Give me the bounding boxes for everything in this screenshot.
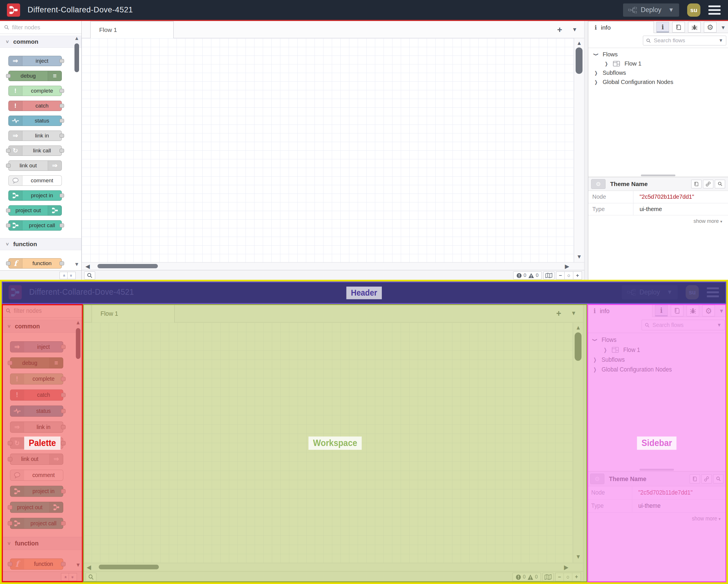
palette-node-link-in[interactable]: ⇒link in (8, 130, 62, 141)
navigator-button[interactable] (543, 272, 554, 279)
chevron-right-icon: ❭ (594, 79, 598, 85)
scroll-left-icon[interactable]: ◀ (85, 263, 90, 270)
zoom-controls: − ○ + (556, 272, 582, 279)
node-output-port (59, 59, 64, 63)
sidebar-region-overlay: Sidebar (587, 304, 726, 582)
palette-node-inject[interactable]: ⇒inject (8, 56, 62, 66)
deploy-icon (628, 7, 637, 13)
horizontal-scrollbar-thumb[interactable] (98, 264, 158, 268)
node-output-port (59, 149, 64, 153)
sidebar-region-label: Sidebar (637, 436, 677, 450)
sidebar-splitter[interactable] (584, 21, 588, 280)
palette-node-list: > common ⇒inject≡debug!complete!catchsta… (0, 34, 81, 270)
palette-node-project-out[interactable]: project out (8, 205, 62, 215)
scroll-right-icon[interactable]: ▶ (565, 263, 569, 270)
workspace-region-label: Workspace (309, 436, 362, 450)
chevron-down-icon: > (4, 40, 10, 43)
sidebar-debug-tab-button[interactable] (688, 22, 701, 32)
sidebar-help-tab-button[interactable] (672, 22, 685, 32)
deploy-button[interactable]: Deploy ▼ (623, 3, 679, 17)
chevron-right-icon: ❭ (594, 70, 598, 76)
app-title: Different-Collared-Dove-4521 (28, 5, 133, 15)
table-row: Node "2c5d702b11de7dd1" (588, 191, 728, 203)
common-nodes: ⇒inject≡debug!complete!catchstatus⇒link … (0, 48, 81, 231)
palette-node-link-call[interactable]: ↻link call (8, 146, 62, 156)
chevron-down-icon: > (4, 243, 10, 246)
docs-button[interactable] (691, 180, 702, 188)
search-options-caret-icon: ▼ (719, 38, 723, 43)
scroll-down-icon[interactable]: ▼ (574, 254, 584, 260)
scroll-down-icon[interactable]: ▼ (74, 261, 80, 268)
palette-filter[interactable] (0, 21, 81, 34)
flow-tab[interactable]: Flow 1 (90, 21, 174, 38)
palette-node-catch[interactable]: !catch (8, 101, 62, 111)
node-input-port (6, 261, 11, 265)
scroll-up-icon[interactable]: ▲ (574, 40, 584, 46)
book-icon (675, 24, 682, 30)
sidebar-config-tab-button[interactable]: ⚙ (704, 22, 717, 32)
expand-all-button[interactable]: » (68, 272, 76, 279)
palette-scrollbar-thumb[interactable] (75, 44, 79, 72)
node-input-port (6, 163, 11, 168)
show-more-link[interactable]: show more ▾ (588, 215, 728, 224)
palette: > common ⇒inject≡debug!complete!catchsta… (0, 21, 82, 280)
scroll-up-icon[interactable]: ▲ (74, 35, 80, 42)
gear-icon: ⚙ (707, 24, 713, 31)
flow-list-caret-icon[interactable]: ▼ (572, 26, 577, 33)
notifications-toggle[interactable]: 0 0 (513, 272, 542, 279)
palette-node-project-in[interactable]: project in (8, 191, 62, 201)
workspace-footer: 0 0 − ○ (82, 270, 584, 280)
deploy-options-caret-icon[interactable]: ▼ (665, 7, 674, 13)
tree-item-flow1[interactable]: ❭ Flow 1 (588, 59, 728, 68)
node-red-icon (9, 221, 22, 230)
add-flow-button[interactable]: + (557, 25, 563, 34)
search-button[interactable] (715, 180, 725, 188)
vertical-scrollbar-thumb[interactable] (576, 47, 582, 74)
tree-item-global-config[interactable]: ❭ Global Configuration Nodes (588, 77, 728, 86)
zoom-in-button[interactable]: + (573, 272, 582, 279)
flow-search-input[interactable] (654, 37, 716, 44)
palette-node-debug[interactable]: ≡debug (8, 71, 62, 81)
info-icon: i (661, 23, 664, 31)
palette-node-status[interactable]: status (8, 116, 62, 126)
sidebar-tab-info[interactable]: i info (588, 21, 654, 33)
search-flows-button[interactable] (84, 272, 95, 279)
search-icon (4, 25, 9, 30)
palette-node-complete[interactable]: !complete (8, 86, 62, 96)
palette-category-function[interactable]: > function (0, 238, 81, 250)
node-red-editor: Different-Collared-Dove-4521 Deploy ▼ (0, 0, 728, 280)
palette-node-project-call[interactable]: project call (8, 220, 62, 231)
zoom-reset-button[interactable]: ○ (565, 272, 573, 279)
sidebar-tabs-caret-icon[interactable]: ▼ (721, 25, 726, 31)
node-id-value: "2c5d702b11de7dd1" (633, 191, 728, 203)
canvas-vertical-scrollbar: ▲ ▼ (574, 38, 584, 262)
panel-resize-grip[interactable] (641, 175, 675, 176)
error-count: 0 (524, 273, 526, 278)
flow-document-icon (613, 61, 620, 67)
tree-item-subflows[interactable]: ❭ Subflows (588, 68, 728, 77)
collapse-all-button[interactable]: » (59, 272, 68, 279)
palette-node-function[interactable]: ffunction (8, 258, 62, 269)
link-button[interactable] (703, 180, 713, 188)
node-input-port (6, 223, 11, 227)
palette-footer: » » (0, 270, 81, 280)
caret-down-icon: ▾ (720, 219, 722, 224)
zoom-out-button[interactable]: − (556, 272, 565, 279)
sidebar-info-tab-button[interactable]: i (656, 22, 669, 32)
palette-category-common[interactable]: > common (0, 36, 81, 48)
tree-item-flows[interactable]: ❭ Flows (588, 50, 728, 59)
palette-node-link-out[interactable]: ⇒link out (8, 160, 62, 171)
sidebar-tab-strip: i info i (588, 21, 728, 33)
main-menu-button[interactable] (708, 5, 721, 15)
user-avatar[interactable]: su (687, 3, 700, 17)
palette-filter-input[interactable] (12, 24, 61, 31)
palette-node-comment[interactable]: comment (8, 175, 62, 186)
node-input-port (6, 208, 11, 212)
flow-canvas[interactable] (82, 38, 574, 262)
node-red-icon (48, 206, 61, 215)
node-output-port (59, 223, 64, 227)
flow-search-box[interactable]: ▼ (643, 36, 726, 46)
header-region-label: Header (346, 286, 382, 299)
link-call-icon: ↻ (9, 146, 22, 156)
palette-scrollbar: ▲ ▼ (74, 35, 80, 268)
